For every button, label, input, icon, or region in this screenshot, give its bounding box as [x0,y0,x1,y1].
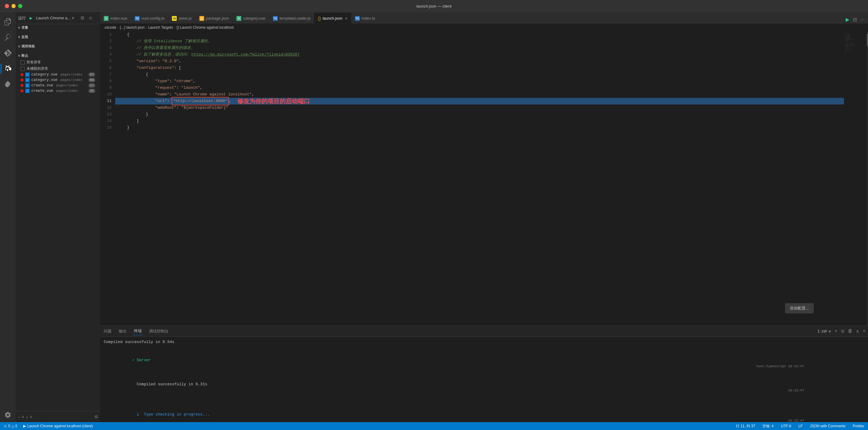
bp-filepath: pages/index [60,73,82,77]
callstack-chevron-icon: ∨ [18,45,20,48]
breadcrumb: .vscode › {...} launch.json › Launch Tar… [100,24,868,31]
terminal-line: i Type checking in progress... 16:13:47 [104,405,864,422]
tab-label: category.vue [243,16,265,21]
status-spaces[interactable]: 空格: 4 [761,424,775,429]
breakpoints-section-header[interactable]: ∨ 断点 [16,52,100,59]
window-title: launch.json — client [416,4,452,8]
status-debug-target[interactable]: ▶ Launch Chrome against localhost (clien… [22,424,94,428]
terminal-tab-output[interactable]: 输出 [118,327,128,335]
minimize-button[interactable] [11,4,16,8]
tab-close-icon[interactable]: × [345,16,347,21]
callstack-section-header[interactable]: ∨ 调用堆栈 [16,43,100,50]
list-item[interactable]: 未捕获的异常 [18,65,98,72]
activity-search[interactable] [1,30,15,45]
editor-area: 1 2 3 4 5 6 7 8 9 10 11 12 13 14 15 [100,31,868,325]
code-line-12: "webRoot": "${workspaceFolder}" [115,105,844,111]
tab-nuxt-config[interactable]: TS nuxt.config.ts [131,13,168,24]
play-icon[interactable]: ▶ [30,15,33,21]
status-warnings[interactable]: ⚠ 0 △ 0 [2,424,19,428]
sidebar-gear-icon[interactable]: ⚙ [95,414,98,420]
code-line-6: "configurations": [ [115,65,844,71]
ts-icon: TS [355,16,360,21]
maximize-button[interactable] [18,4,22,8]
tab-template-loader[interactable]: TS templateLoader.js [269,13,315,24]
bp-checkbox[interactable]: ✓ [25,83,30,88]
terminal-tab-debug-console[interactable]: 调试控制台 [148,327,170,335]
debug-play-btn[interactable]: ▶ [844,16,850,24]
breadcrumb-launch-targets[interactable]: Launch Targets [148,25,173,30]
line-num-4: 4 [100,51,112,58]
remote-icon-btn[interactable]: ⎋ [88,14,93,22]
terminal-tab-terminal[interactable]: 终端 [133,327,143,335]
activity-extensions[interactable] [1,77,15,92]
activity-explorer[interactable] [1,15,15,29]
code-line-13: } [115,111,844,118]
exception-checkbox[interactable] [21,60,25,65]
uncaught-label: 未捕获的异常 [27,66,48,71]
line-num-9: 9 [100,85,112,91]
status-line-ending[interactable]: LF [797,424,804,428]
activity-settings[interactable] [1,408,15,422]
bp-checkbox[interactable]: ✓ [25,73,30,77]
status-formatter[interactable]: Prettier [851,424,866,428]
breadcrumb-launch-json[interactable]: {...} launch.json [120,25,145,30]
new-terminal-icon[interactable]: + [835,328,838,334]
close-terminal-icon[interactable]: × [863,328,866,334]
status-encoding[interactable]: UTF-8 [780,424,792,428]
line-num-3: 3 [100,45,112,51]
terminal-selector[interactable]: 1: zsh ∨ [817,329,831,333]
list-item[interactable]: ✓ category.vue pages/index 58 [18,77,98,83]
tab-category-vue[interactable]: V category.vue [233,13,269,24]
code-line-9: "request": "launch", [115,85,844,91]
delete-terminal-icon[interactable]: 🗑 [848,328,852,334]
activity-git[interactable] [1,46,15,60]
tab-launch-json[interactable]: {} launch.json × [314,13,351,24]
traffic-lights[interactable] [5,4,22,8]
settings-icon-btn[interactable]: ⚙ [79,14,86,22]
bp-linenum: 17 [88,83,95,88]
list-item[interactable]: ✓ category.vue pages/index 57 [18,72,98,77]
list-item[interactable]: ✓ create.vue pages/index 17 [18,83,98,88]
collapse-terminal-icon[interactable]: ∧ [856,328,859,334]
code-content[interactable]: { // 使用 IntelliSense 了解相关属性。 // 悬停以查看现有属… [115,31,844,325]
line-num-10: 10 [100,91,112,98]
breadcrumb-launch-chrome[interactable]: {} Launch Chrome against localhost [177,25,234,30]
terminal-tab-problems[interactable]: 问题 [102,327,113,335]
status-line-col[interactable]: 行 11, 列 37 [735,424,756,429]
run-config-selector[interactable]: Launch Chrome a... ∨ [35,15,75,21]
list-item[interactable]: ✓ create.vue pages/index 25 [18,88,98,94]
breadcrumb-vscode[interactable]: .vscode [104,25,116,30]
callstack-label: 调用堆栈 [22,44,35,49]
more-actions-btn[interactable]: ··· [859,16,866,24]
error-icon: △ [11,424,14,428]
selector-chevron-icon: ∨ [829,329,831,333]
bp-filepath: pages/index [56,89,78,93]
tab-index-ts[interactable]: TS index.ts [351,13,379,24]
scrollbar-thumb[interactable] [867,34,868,46]
status-language[interactable]: JSON with Comments [809,424,846,428]
tab-index-vue[interactable]: V index.vue [100,13,131,24]
split-editor-btn[interactable]: ⊟ [852,16,858,24]
list-item[interactable]: 所有异常 [18,59,98,65]
code-line-5: "version": "0.2.0", [115,58,844,65]
sidebar-bottom-bar: ⚠ 0 △ 0 ⚙ [16,411,100,422]
add-config-button[interactable]: 添加配置... [785,303,814,313]
split-terminal-icon[interactable]: ⊟ [841,328,844,334]
bp-filename: category.vue [31,78,57,82]
debug-target-label: Launch Chrome against localhost (client) [27,424,93,428]
bp-checkbox[interactable]: ✓ [25,89,30,93]
monitor-section-header[interactable]: ∨ 监视 [16,33,100,40]
activity-debug[interactable] [1,62,15,76]
status-bar: ⚠ 0 △ 0 ▶ Launch Chrome against localhos… [0,422,868,430]
terminal-line [104,400,864,405]
debug-toolbar: 运行 ▶ Launch Chrome a... ∨ ⚙ ⎋ [16,12,100,24]
variables-section-header[interactable]: ∨ 变量 [16,24,100,31]
breakpoint-dot [21,89,24,92]
bp-checkbox[interactable]: ✓ [25,78,30,82]
tab-package-json[interactable]: {} package.json [196,13,233,24]
ts-icon: TS [273,16,278,21]
code-line-4: // 欲了解更多信息，请访问: https://go.microsoft.com… [115,51,844,58]
close-button[interactable] [5,4,9,8]
tab-axios[interactable]: JS axios.js [168,13,195,24]
uncaught-checkbox[interactable] [21,67,25,71]
